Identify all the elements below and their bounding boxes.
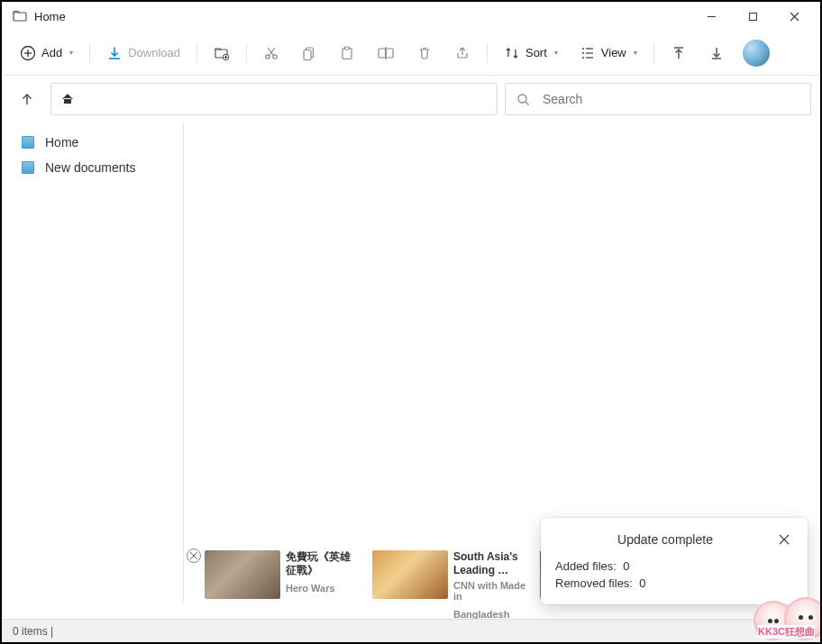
minimize-button[interactable] — [690, 3, 732, 30]
search-icon — [516, 93, 530, 106]
arrow-down-bar-icon — [708, 45, 725, 61]
svg-line-37 — [525, 102, 529, 105]
paste-button[interactable] — [330, 37, 364, 69]
toast-removed-label: Removed files: — [555, 576, 633, 590]
folder-icon — [13, 9, 27, 23]
ad-close-button[interactable] — [187, 549, 201, 563]
scissors-icon — [263, 45, 279, 61]
titlebar: Home — [2, 2, 820, 31]
plus-circle-icon — [20, 45, 36, 61]
ad-thumbnail — [205, 550, 280, 599]
rename-icon — [377, 45, 395, 61]
toast-removed-row: Removed files: 0 — [555, 575, 793, 592]
toast-close-button[interactable] — [775, 531, 793, 549]
search-input[interactable] — [543, 92, 799, 106]
toolbar-separator — [196, 43, 197, 63]
sidebar-item-new-documents[interactable]: New documents — [2, 155, 183, 180]
ad-subtitle: CNN with Made in — [453, 580, 527, 602]
download-icon — [106, 45, 123, 61]
path-bar[interactable] — [50, 83, 498, 115]
search-box[interactable] — [505, 83, 811, 115]
ad-item[interactable]: South Asia's Leading … CNN with Made in … — [372, 550, 527, 620]
ad-title: South Asia's Leading … — [453, 550, 527, 577]
toolbar-separator — [89, 43, 90, 63]
rename-button[interactable] — [368, 37, 404, 69]
view-button[interactable]: View ▾ — [571, 37, 646, 69]
view-button-label: View — [601, 46, 626, 59]
trash-icon — [416, 45, 433, 61]
add-button[interactable]: Add ▾ — [11, 37, 82, 69]
ad-subtitle: Hero Wars — [286, 583, 360, 594]
svg-rect-22 — [379, 49, 386, 58]
sidebar-item-home[interactable]: Home — [2, 130, 183, 155]
sidebar: Home New documents — [2, 122, 184, 602]
close-button[interactable] — [773, 3, 815, 30]
sidebar-item-label: Home — [45, 135, 78, 150]
sort-icon — [504, 45, 520, 61]
chevron-down-icon: ▾ — [634, 49, 637, 57]
avatar[interactable] — [743, 40, 770, 67]
sort-button-label: Sort — [525, 46, 547, 59]
folder-icon — [22, 136, 34, 149]
new-folder-button[interactable] — [205, 37, 239, 69]
download-button[interactable]: Download — [97, 37, 189, 69]
sidebar-item-label: New documents — [45, 160, 135, 175]
up-button[interactable] — [11, 83, 43, 115]
share-icon — [454, 45, 470, 61]
svg-rect-23 — [386, 49, 393, 58]
copy-button[interactable] — [292, 37, 326, 69]
window-title: Home — [34, 10, 66, 23]
ad-title: 免費玩《英雄征戰》 — [286, 550, 360, 577]
svg-rect-19 — [304, 50, 311, 59]
delete-button[interactable] — [407, 37, 442, 69]
sort-button[interactable]: Sort ▾ — [495, 37, 567, 69]
maximize-button[interactable] — [732, 3, 773, 30]
watermark: KK3C狂想曲 — [754, 597, 818, 640]
cut-button[interactable] — [254, 37, 288, 69]
add-button-label: Add — [41, 46, 62, 59]
folder-icon — [22, 161, 34, 174]
chevron-down-icon: ▾ — [69, 49, 73, 57]
status-bar: 0 items | — [2, 619, 820, 642]
toast-title: Update complete — [555, 532, 775, 547]
toast-added-row: Added files: 0 — [555, 558, 793, 575]
download-toolbar-button[interactable] — [699, 37, 734, 69]
share-button[interactable] — [445, 37, 480, 69]
watermark-text: KK3C狂想曲 — [758, 625, 815, 639]
home-icon — [60, 92, 75, 106]
nav-row — [2, 76, 820, 122]
svg-rect-21 — [344, 47, 349, 50]
svg-line-16 — [269, 48, 275, 56]
chevron-down-icon: ▾ — [554, 49, 558, 57]
svg-line-17 — [268, 48, 274, 56]
copy-icon — [301, 45, 317, 61]
toolbar-separator — [653, 43, 654, 63]
svg-point-36 — [518, 95, 526, 103]
toast-added-label: Added files: — [555, 559, 616, 573]
status-items-text: 0 items | — [13, 625, 53, 638]
paste-icon — [339, 45, 355, 61]
view-list-icon — [580, 45, 596, 61]
toolbar-separator — [246, 43, 247, 63]
svg-rect-2 — [749, 13, 756, 20]
folder-plus-icon — [214, 45, 230, 61]
svg-rect-0 — [14, 13, 26, 21]
arrow-up-bar-icon — [671, 45, 687, 61]
ad-item[interactable]: 免費玩《英雄征戰》 Hero Wars — [205, 550, 360, 599]
toolbar: Add ▾ Download Sort ▾ View ▾ — [2, 31, 820, 76]
ad-thumbnail — [372, 550, 448, 599]
download-button-label: Download — [128, 46, 180, 59]
arrow-up-icon — [19, 91, 35, 107]
update-complete-toast: Update complete Added files: 0 Removed f… — [541, 518, 808, 604]
toast-removed-value: 0 — [639, 576, 645, 590]
upload-button[interactable] — [662, 37, 696, 69]
toast-added-value: 0 — [623, 559, 629, 573]
toolbar-separator — [487, 43, 488, 63]
